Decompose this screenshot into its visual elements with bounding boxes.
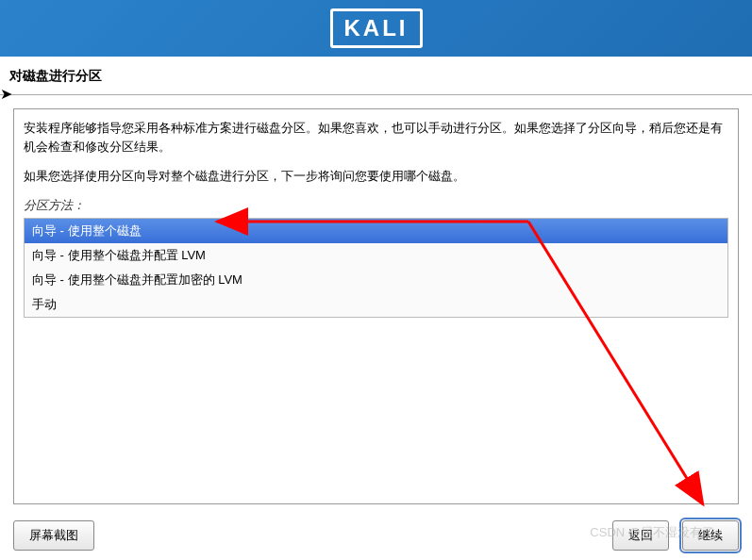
back-button[interactable]: 返回 — [612, 520, 669, 551]
option-guided-lvm[interactable]: 向导 - 使用整个磁盘并配置 LVM — [25, 243, 727, 268]
option-manual[interactable]: 手动 — [25, 292, 727, 317]
continue-button[interactable]: 继续 — [682, 520, 739, 551]
title-bar: 对磁盘进行分区 — [0, 57, 752, 95]
screenshot-button[interactable]: 屏幕截图 — [13, 520, 94, 551]
description-1: 安装程序能够指导您采用各种标准方案进行磁盘分区。如果您喜欢，也可以手动进行分区。… — [24, 119, 728, 156]
kali-logo: KALI — [330, 8, 423, 48]
option-guided-encrypted-lvm[interactable]: 向导 - 使用整个磁盘并配置加密的 LVM — [25, 268, 727, 292]
installer-header: KALI — [0, 0, 752, 57]
option-guided-whole-disk[interactable]: 向导 - 使用整个磁盘 — [25, 219, 727, 243]
method-label: 分区方法： — [24, 197, 728, 214]
bottom-toolbar: 屏幕截图 返回 继续 — [13, 520, 739, 551]
logo-text: KALI — [344, 15, 409, 41]
description-2: 如果您选择使用分区向导对整个磁盘进行分区，下一步将询问您要使用哪个磁盘。 — [24, 167, 728, 186]
nav-button-group: 返回 继续 — [612, 520, 739, 551]
content-panel: 安装程序能够指导您采用各种标准方案进行磁盘分区。如果您喜欢，也可以手动进行分区。… — [13, 108, 739, 504]
partition-method-list: 向导 - 使用整个磁盘 向导 - 使用整个磁盘并配置 LVM 向导 - 使用整个… — [24, 218, 728, 318]
page-title: 对磁盘进行分区 — [9, 68, 737, 85]
